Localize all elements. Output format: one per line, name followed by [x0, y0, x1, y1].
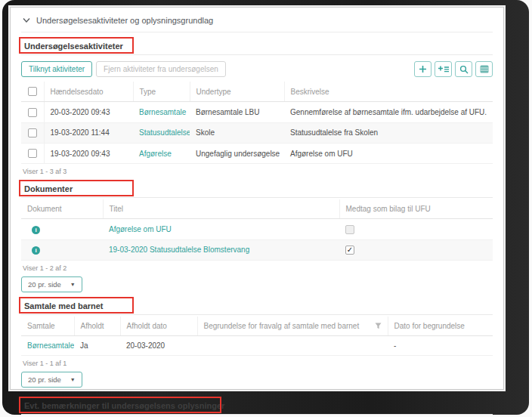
attach-activities-button[interactable]: Tilknyt aktiviteter — [21, 61, 92, 77]
remove-activities-button[interactable]: Fjern aktiviteter fra undersøgelsen — [96, 61, 226, 77]
chevron-down-icon — [23, 17, 30, 23]
activities-table: Hændelsesdato Type Undertype Beskrivelse… — [21, 82, 493, 164]
activities-title-text: Undersøgelsesaktiviteter — [24, 42, 123, 51]
page-size-value: 20 pr. side — [28, 280, 61, 289]
info-icon[interactable]: i — [32, 226, 40, 234]
table-icon[interactable] — [475, 61, 493, 77]
col-undertype[interactable]: Undertype — [190, 82, 284, 102]
cell-description: Afgørelse om UFU — [284, 144, 493, 164]
plus-icon[interactable] — [414, 61, 431, 77]
app-page: Undersøgelsesaktiviteter og oplysningsgr… — [10, 7, 504, 390]
documents-page-size-select[interactable]: 20 pr. side ▼ — [21, 276, 82, 292]
cell-date: 20-03-2020 09:43 — [44, 102, 133, 122]
table-row: 19-03-2020 11:44 Statusudtalelse Skole S… — [21, 122, 493, 143]
row-checkbox[interactable] — [28, 149, 37, 158]
col-titel[interactable]: Titel — [103, 199, 339, 219]
col-begrundelse[interactable]: Begrundelse for fravalg af samtale med b… — [204, 322, 360, 330]
activity-type-link[interactable]: Afgørelse — [139, 150, 172, 158]
add-row-icon[interactable] — [435, 61, 452, 77]
cell-date: 19-03-2020 11:44 — [44, 122, 133, 143]
screenshot-canvas: Undersøgelsesaktiviteter og oplysningsgr… — [0, 0, 532, 417]
select-all-checkbox[interactable] — [28, 87, 37, 96]
caret-down-icon: ▼ — [70, 282, 76, 287]
document-link[interactable]: Afgørelse om UFU — [109, 225, 172, 233]
documents-pagination: Viser 1 - 2 af 2 — [23, 264, 493, 272]
conversation-table: Samtale Afholdt Afholdt dato Begrundelse… — [21, 317, 493, 356]
col-afholdt[interactable]: Afholdt — [74, 317, 120, 336]
remarks-title-text: Evt. bemærkninger til undersøgelsens opl… — [24, 401, 224, 410]
cell-dato-begrundelse: - — [388, 336, 493, 356]
documents-title-text: Dokumenter — [24, 184, 73, 193]
cell-description: Statusudtalelse fra Skolen — [284, 122, 493, 143]
table-row: Børnesamtale Ja 20-03-2020 - — [21, 336, 493, 356]
col-beskrivelse[interactable]: Beskrivelse — [284, 82, 493, 102]
cell-date: 19-03-2020 09:43 — [44, 144, 133, 164]
activities-header-row: Hændelsesdato Type Undertype Beskrivelse — [21, 82, 493, 102]
documents-section-title: Dokumenter — [21, 181, 493, 198]
conversation-pagination: Viser 1 - 1 af 1 — [23, 360, 493, 367]
table-row: 20-03-2020 09:43 Børnesamtale Børnesamta… — [21, 102, 493, 122]
remarks-section-title: Evt. bemærkninger til undersøgelsens opl… — [21, 398, 493, 415]
col-dokument[interactable]: Dokument — [21, 199, 103, 219]
documents-header-row: Dokument Titel Medtag som bilag til UFU — [21, 199, 493, 219]
page-size-value: 20 pr. side — [28, 375, 61, 384]
documents-table: Dokument Titel Medtag som bilag til UFU … — [21, 199, 493, 261]
panel-title: Undersøgelsesaktiviteter og oplysningsgr… — [36, 16, 213, 25]
cell-description: Gennemførelse af børnesamtale ifm. udarb… — [284, 102, 493, 122]
col-dato-begrundelse[interactable]: Dato for begrundelse — [388, 317, 493, 336]
table-row: i Afgørelse om UFU — [21, 219, 493, 239]
cell-subtype: Ungefaglig undersøgelse — [190, 144, 284, 164]
activities-pagination: Viser 1 - 3 af 3 — [23, 168, 493, 175]
cell-subtype: Skole — [190, 122, 284, 143]
table-row: i 19-03-2020 Statusudtalelse Blomstervan… — [21, 239, 493, 260]
cell-subtype: Børnesamtale LBU — [190, 102, 284, 122]
document-link[interactable]: 19-03-2020 Statusudtalelse Blomstervang — [109, 246, 249, 254]
col-medtag[interactable]: Medtag som bilag til UFU — [339, 199, 493, 219]
cell-afholdt-dato: 20-03-2020 — [120, 336, 197, 356]
col-afholdt-dato[interactable]: Afholdt dato — [120, 317, 197, 336]
panel-collapse-header[interactable]: Undersøgelsesaktiviteter og oplysningsgr… — [21, 8, 493, 32]
include-checkbox[interactable] — [345, 246, 354, 255]
conversation-page-size-select[interactable]: 20 pr. side ▼ — [21, 372, 82, 388]
search-icon[interactable] — [455, 61, 472, 77]
filter-icon[interactable] — [375, 323, 382, 329]
row-checkbox[interactable] — [28, 128, 37, 137]
col-type[interactable]: Type — [133, 82, 190, 102]
col-haendelsesdato[interactable]: Hændelsesdato — [44, 82, 133, 102]
conversation-header-row: Samtale Afholdt Afholdt dato Begrundelse… — [21, 317, 493, 336]
activity-type-link[interactable]: Børnesamtale — [139, 108, 186, 116]
cell-afholdt: Ja — [74, 336, 120, 356]
activity-type-link[interactable]: Statusudtalelse — [139, 128, 190, 137]
conversation-section-title: Samtale med barnet — [21, 298, 493, 315]
include-checkbox[interactable] — [345, 225, 354, 234]
activities-section-title: Undersøgelsesaktiviteter — [21, 39, 493, 55]
cell-begrundelse — [197, 336, 388, 356]
samtale-link[interactable]: Børnesamtale — [27, 341, 74, 350]
col-samtale[interactable]: Samtale — [21, 317, 74, 336]
info-icon[interactable]: i — [32, 246, 40, 255]
caret-down-icon: ▼ — [70, 377, 76, 382]
conversation-title-text: Samtale med barnet — [24, 301, 104, 310]
table-row: 19-03-2020 09:43 Afgørelse Ungefaglig un… — [21, 144, 493, 164]
row-checkbox[interactable] — [28, 108, 37, 117]
